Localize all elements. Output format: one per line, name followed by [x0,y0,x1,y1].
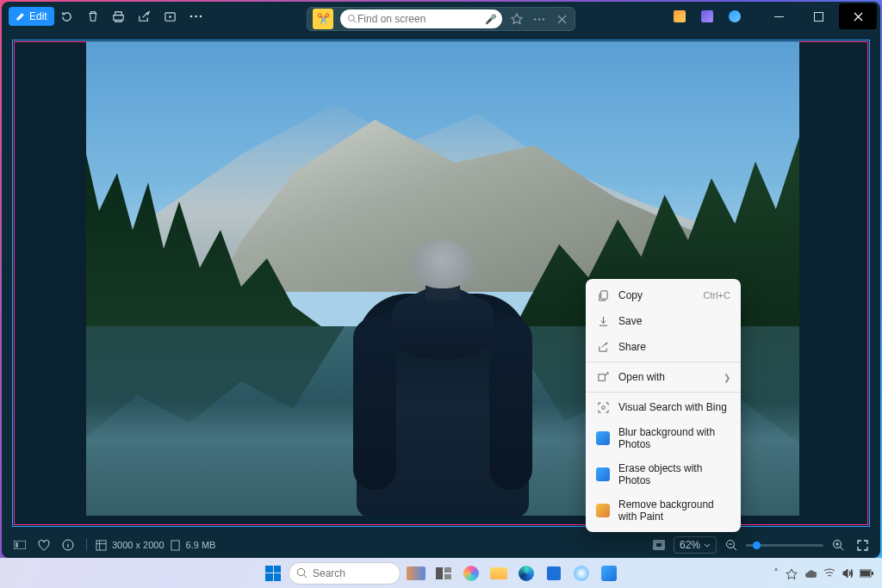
file-size: 6.9 MB [186,540,216,550]
windows-taskbar: ˄ [0,558,882,588]
maximize-button[interactable] [799,3,837,29]
minimize-button[interactable] [760,3,798,29]
ctx-erase-objects[interactable]: Erase objects with Photos [586,456,741,492]
ctx-separator [586,362,741,362]
paint-app-icon [596,504,610,517]
more-button[interactable] [183,3,209,29]
taskbar-taskview[interactable] [432,561,456,585]
ctx-open-with[interactable]: Open with ❯ [586,364,741,390]
svg-point-5 [534,18,536,20]
system-tray[interactable]: ˄ [773,567,873,579]
favorite-button[interactable] [34,532,53,558]
chevron-right-icon: ❯ [724,373,730,382]
snip-more-button[interactable] [528,6,550,32]
mic-icon[interactable]: 🎤 [485,14,497,25]
rotate-button[interactable] [54,3,80,29]
zoom-in-button[interactable] [829,532,848,558]
ctx-share-label: Share [618,341,646,353]
fullscreen-button[interactable] [853,532,872,558]
image-canvas[interactable]: Copy Ctrl+C Save Share Open with ❯ Visua… [2,31,880,532]
visual-search-icon [596,400,610,414]
svg-rect-14 [16,542,18,548]
ctx-blur-background[interactable]: Blur background with Photos [586,420,741,456]
filesize-icon [170,540,181,551]
svg-rect-9 [814,12,823,21]
svg-rect-8 [774,16,784,17]
image-dimensions: 3000 x 2000 [112,540,165,550]
svg-rect-25 [444,574,451,579]
ctx-copy[interactable]: Copy Ctrl+C [586,282,741,308]
status-bar: 3000 x 2000 6.9 MB 62% [2,532,880,558]
ctx-save-label: Save [618,315,642,327]
svg-rect-28 [872,572,873,575]
edit-label: Edit [29,10,47,22]
share-icon [596,340,610,354]
zoom-value: 62% [680,539,700,551]
copilot-button[interactable] [506,6,528,32]
battery-icon[interactable] [860,569,873,578]
edit-button[interactable]: Edit [9,7,54,26]
taskbar-explorer[interactable] [487,561,511,585]
svg-rect-10 [600,290,606,298]
svg-rect-24 [444,567,451,573]
delete-button[interactable] [80,3,106,29]
find-on-screen-input[interactable] [357,13,469,25]
svg-rect-16 [96,540,106,549]
slideshow-button[interactable] [158,3,183,29]
taskbar-app-1[interactable] [569,561,593,585]
search-icon [296,567,307,579]
ctx-visual-search-label: Visual Search with Bing [618,401,727,413]
app-icon-1[interactable] [667,3,693,29]
ctx-visual-search[interactable]: Visual Search with Bing [586,394,741,420]
filmstrip-button[interactable] [10,532,29,558]
svg-rect-23 [436,567,443,579]
onedrive-icon[interactable] [804,568,817,579]
chevron-down-icon [704,543,711,548]
close-button[interactable] [839,3,877,29]
context-menu: Copy Ctrl+C Save Share Open with ❯ Visua… [586,279,741,532]
ctx-erase-label: Erase objects with Photos [618,462,730,486]
info-button[interactable] [59,532,78,558]
top-toolbar: Edit ✂️ 🎤 [2,2,880,31]
wifi-icon[interactable] [823,568,835,578]
find-on-screen-search[interactable]: 🎤 [340,9,502,28]
svg-point-1 [190,15,193,18]
snipping-tool-bar: ✂️ 🎤 [307,7,575,31]
ctx-share[interactable]: Share [586,334,741,360]
taskbar-news[interactable] [404,561,428,585]
ctx-remove-background[interactable]: Remove background with Paint [586,492,741,529]
tray-icon-1[interactable] [786,567,798,579]
svg-point-6 [538,18,540,20]
start-button[interactable] [261,561,285,585]
tray-chevron-icon[interactable]: ˄ [773,567,779,579]
print-button[interactable] [106,3,132,29]
fit-window-button[interactable] [649,532,668,558]
svg-rect-11 [598,374,604,380]
ctx-save[interactable]: Save [586,308,741,334]
svg-point-4 [349,15,355,22]
search-icon [347,14,357,24]
snip-close-button[interactable] [550,6,573,32]
taskbar-photos[interactable] [597,561,621,585]
svg-point-7 [543,18,544,20]
taskbar-store[interactable] [542,561,566,585]
photos-app-icon [596,467,610,481]
ctx-separator [586,392,741,393]
volume-icon[interactable] [842,568,853,579]
svg-point-3 [200,15,202,18]
app-icon-3[interactable] [722,3,748,29]
zoom-slider[interactable] [746,544,823,547]
taskbar-edge[interactable] [514,561,538,585]
save-icon [596,314,610,328]
taskbar-copilot[interactable] [459,561,483,585]
svg-point-12 [601,405,605,409]
taskbar-search[interactable] [289,562,401,585]
ctx-copy-label: Copy [618,289,643,301]
edit-icon [16,11,26,22]
svg-rect-27 [860,571,870,576]
taskbar-search-input[interactable] [313,567,382,579]
app-icon-2[interactable] [694,3,720,29]
zoom-dropdown[interactable]: 62% [674,536,717,554]
share-button[interactable] [132,3,158,29]
zoom-out-button[interactable] [722,532,741,558]
